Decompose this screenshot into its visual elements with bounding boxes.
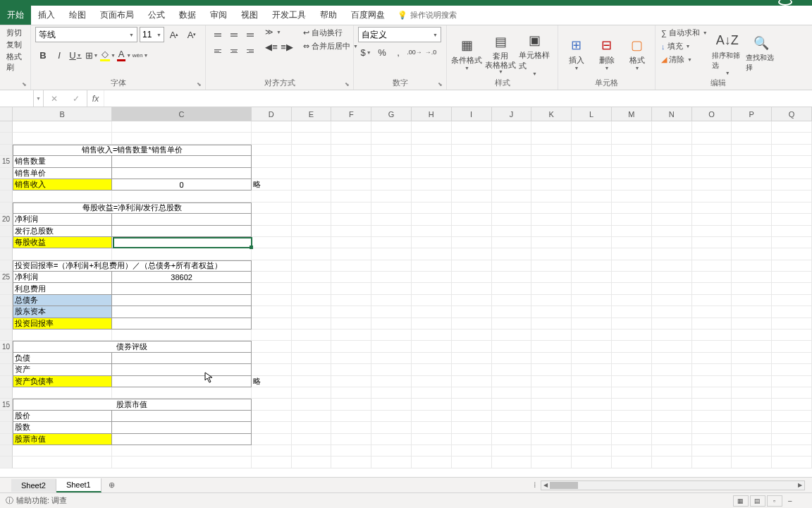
cell[interactable] (112, 248, 251, 260)
cell[interactable] (612, 121, 652, 133)
cell[interactable] (252, 434, 292, 445)
row-header[interactable] (0, 353, 13, 364)
cell[interactable] (492, 121, 532, 133)
cell[interactable] (112, 156, 251, 167)
cell[interactable] (492, 214, 532, 225)
cell[interactable] (292, 133, 332, 144)
col-header-N[interactable]: N (652, 107, 692, 121)
cell[interactable] (572, 341, 612, 352)
cell[interactable]: 股票市值 (13, 434, 112, 445)
grow-font-button[interactable]: A▴ (166, 27, 182, 42)
cell[interactable] (371, 133, 412, 144)
cell[interactable]: 股东资本 (13, 306, 112, 318)
cell[interactable] (292, 237, 332, 248)
cell[interactable] (252, 237, 292, 248)
cell[interactable] (732, 214, 772, 225)
cell[interactable] (331, 156, 371, 167)
cell[interactable] (252, 168, 292, 179)
cell[interactable] (732, 283, 772, 294)
cell[interactable]: 销售单价 (13, 168, 112, 179)
cell[interactable] (612, 133, 652, 144)
cell[interactable] (492, 318, 532, 329)
cell[interactable] (772, 353, 812, 364)
cell[interactable] (252, 422, 292, 433)
cell[interactable] (112, 364, 251, 375)
row-header[interactable] (0, 121, 13, 133)
insert-cell-button[interactable]: ⊞插入▼ (562, 27, 590, 78)
cell[interactable] (572, 248, 612, 260)
cell[interactable] (371, 376, 412, 387)
cell[interactable] (331, 376, 371, 387)
cell[interactable] (612, 411, 652, 422)
cell[interactable] (412, 387, 452, 399)
align-launcher-icon[interactable]: ⬊ (345, 81, 352, 88)
cell[interactable] (572, 422, 612, 433)
cell[interactable] (371, 190, 412, 202)
cell[interactable] (732, 121, 772, 133)
cell[interactable] (492, 145, 532, 156)
cell[interactable] (371, 411, 412, 422)
cell[interactable] (692, 214, 732, 225)
col-header-J[interactable]: J (492, 107, 532, 121)
cell[interactable] (331, 318, 371, 329)
cell[interactable] (331, 248, 371, 260)
cell[interactable] (692, 248, 732, 260)
cell[interactable] (112, 306, 251, 318)
cell[interactable] (732, 411, 772, 422)
cell[interactable] (112, 434, 251, 445)
cell[interactable] (772, 179, 812, 190)
cell[interactable] (371, 422, 412, 433)
cell[interactable] (252, 456, 292, 468)
cell[interactable]: 股价 (13, 411, 112, 422)
cell[interactable] (452, 133, 492, 144)
cell[interactable] (452, 411, 492, 422)
cell[interactable] (412, 318, 452, 329)
cell[interactable] (612, 295, 652, 306)
cell[interactable] (572, 376, 612, 387)
cell[interactable] (412, 121, 452, 133)
cell[interactable] (412, 202, 452, 214)
cell[interactable] (252, 387, 292, 399)
cell[interactable] (371, 145, 412, 156)
cell[interactable] (331, 445, 371, 456)
cell[interactable]: 销售数量 (13, 156, 112, 167)
cell[interactable]: 债券评级 (13, 341, 252, 352)
cell[interactable] (692, 295, 732, 306)
cell[interactable] (371, 226, 412, 237)
cell[interactable] (412, 434, 452, 445)
cell[interactable] (652, 329, 692, 341)
cell[interactable]: 负债 (13, 353, 112, 364)
cell[interactable] (452, 353, 492, 364)
cell[interactable] (331, 422, 371, 433)
cell[interactable]: 销售收入=销售数量*销售单价 (13, 145, 252, 156)
cell[interactable] (572, 190, 612, 202)
cell[interactable] (331, 190, 371, 202)
cell[interactable] (772, 434, 812, 445)
cell[interactable] (412, 329, 452, 341)
cell[interactable] (292, 214, 332, 225)
cell[interactable] (371, 329, 412, 341)
scroll-left-icon[interactable]: ◀ (541, 481, 550, 490)
cell[interactable] (412, 364, 452, 375)
cell[interactable] (292, 168, 332, 179)
cell[interactable] (412, 179, 452, 190)
cell[interactable] (331, 202, 371, 214)
cell[interactable] (292, 353, 332, 364)
cell[interactable] (452, 237, 492, 248)
row-header[interactable] (0, 318, 13, 329)
cell[interactable] (652, 422, 692, 433)
cell[interactable] (652, 456, 692, 468)
cell[interactable] (732, 306, 772, 318)
row-header[interactable] (0, 295, 13, 306)
select-all-corner[interactable] (0, 107, 13, 121)
cell[interactable] (452, 341, 492, 352)
merge-center-button[interactable]: ⇔合并后居中▼ (302, 40, 359, 52)
accounting-button[interactable]: $▼ (358, 44, 374, 60)
cell[interactable] (252, 145, 292, 156)
format-painter-button[interactable]: 格式刷 (4, 51, 26, 73)
cell[interactable] (331, 168, 371, 179)
border-button[interactable]: ⊞▼ (84, 47, 99, 63)
cell[interactable] (492, 179, 532, 190)
cell[interactable] (371, 156, 412, 167)
cell[interactable] (531, 190, 572, 202)
